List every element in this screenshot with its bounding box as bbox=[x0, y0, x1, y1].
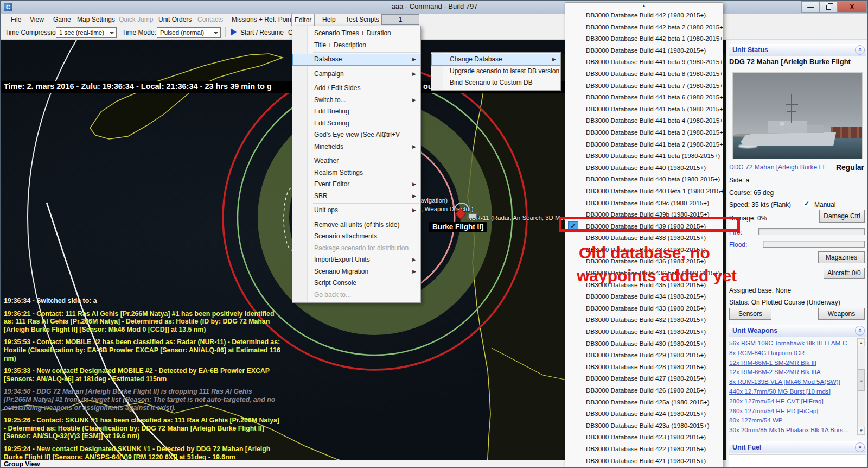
weapon-link[interactable]: 12x RIM-66M-2 SM-2MR Blk IIIA bbox=[729, 367, 856, 377]
manual-speed-checkbox[interactable]: ✓ bbox=[803, 200, 810, 207]
db-list-item[interactable]: DB3000 Database Build 441 beta 9 (1980-2… bbox=[565, 56, 723, 68]
menu-item-unit-orders[interactable]: Unit Orders bbox=[156, 14, 194, 26]
db-list-item[interactable]: DB3000 Database Build 440 beta (1980-201… bbox=[565, 173, 723, 185]
contact-box-icon[interactable] bbox=[468, 213, 477, 218]
editor-menu-item-god-s-eye-view-see-all-[interactable]: God's Eye view (See All)Ctrl+V bbox=[292, 129, 420, 141]
unit-link[interactable]: DDG 72 Mahan [Arleigh Burke Fl bbox=[729, 163, 824, 171]
scroll-up-icon[interactable]: ▲ bbox=[565, 3, 723, 9]
weapons-button[interactable]: Weapons bbox=[818, 308, 865, 320]
database-submenu-item-upgrade-scenario-to-latest-db-version[interactable]: Upgrade scenario to latest DB version bbox=[431, 66, 560, 78]
editor-menu-item-minefields[interactable]: Minefields▶ bbox=[292, 141, 420, 153]
editor-menu-item-edit-briefing[interactable]: Edit Briefing bbox=[292, 106, 420, 118]
unit-status-header[interactable]: Unit Status » bbox=[729, 44, 866, 56]
menu-item-game[interactable]: Game bbox=[50, 14, 74, 26]
db-list-item[interactable]: DB3000 Database Build 441 beta 3 (1980-2… bbox=[565, 127, 723, 138]
editor-menu-item-realism-settings[interactable]: Realism Settings bbox=[292, 167, 420, 179]
editor-menu-item-sbr[interactable]: SBR▶ bbox=[292, 191, 420, 203]
db-list-item[interactable]: DB3000 Database Build 426 (1980-2015+) bbox=[565, 384, 723, 396]
editor-menu-item-event-editor[interactable]: Event Editor▶ bbox=[292, 179, 420, 191]
database-submenu-item-bind-scenario-to-custom-db[interactable]: Bind Scenario to Custom DB bbox=[431, 77, 560, 89]
db-list-item[interactable]: DB3000 Database Build 441 beta (1980-201… bbox=[565, 150, 723, 162]
close-button[interactable]: X bbox=[837, 1, 867, 13]
db-list-item[interactable]: DB3000 Database Build 428 (1980-2015+) bbox=[565, 361, 723, 373]
db-list-item[interactable]: DB3000 Database Build 434 (1980-2015+) bbox=[565, 290, 723, 302]
unit-weapons-header[interactable]: Unit Weapons » bbox=[729, 325, 866, 337]
editor-menu-item-script-console[interactable]: Script Console bbox=[292, 277, 420, 289]
menu-item-editor[interactable]: Editor bbox=[291, 14, 315, 26]
db-list-item[interactable]: DB3000 Database Build 441 (1980-2015+) bbox=[565, 45, 723, 56]
db-list-item[interactable]: DB3000 Database Build 439c (1980-2015+) bbox=[565, 197, 723, 209]
scroll-down-icon[interactable]: ▼ bbox=[858, 427, 865, 434]
db-list-item[interactable]: DB3000 Database Build 442 beta 1 (1980-2… bbox=[565, 33, 723, 45]
weapon-link[interactable]: 30x 20mm/85 Mk15 Phalanx Blk 1A Burs... bbox=[729, 425, 856, 435]
minimize-button[interactable]: — bbox=[801, 1, 820, 13]
db-list-item[interactable]: DB3000 Database Build 442 (1980-2015+) bbox=[565, 9, 723, 21]
db-list-item[interactable]: DB3000 Database Build 429 (1980-2015+) bbox=[565, 349, 723, 361]
menu-item-missions-ref-points[interactable]: Missions + Ref. Points bbox=[229, 14, 299, 26]
db-list-item[interactable]: DB3000 Database Build 431 (1980-2015+) bbox=[565, 326, 723, 338]
editor-menu-item-scenario-attachments[interactable]: Scenario attachments bbox=[292, 231, 420, 243]
weapons-scrollbar[interactable]: ▲ ≡ ▼ bbox=[857, 338, 865, 435]
db-list-item[interactable]: DB3000 Database Build 423a (1980-2015+) bbox=[565, 420, 723, 432]
weapon-link[interactable]: 8x RGM-84G Harpoon ICR bbox=[729, 348, 856, 358]
db-list-item[interactable]: DB3000 Database Build 441 beta 8 (1980-2… bbox=[565, 68, 723, 80]
unit-fuel-header[interactable]: Unit Fuel » bbox=[729, 441, 866, 453]
menu-item-help[interactable]: Help bbox=[320, 14, 339, 26]
db-list-item[interactable]: DB3000 Database Build 430 (1980-2015+) bbox=[565, 338, 723, 350]
editor-menu-item-unit-ops[interactable]: Unit ops▶ bbox=[292, 205, 420, 217]
chevron-up-icon[interactable]: » bbox=[855, 326, 865, 336]
db-list-item[interactable]: DB3000 Database Build 425a (1980-2015+) bbox=[565, 396, 723, 408]
weapon-link[interactable]: 12x RIM-66M-1 SM-2MR Blk III bbox=[729, 358, 856, 368]
weapon-link[interactable]: 80x 127mm/54 WP bbox=[729, 415, 856, 425]
db-list-item[interactable]: DB3000 Database Build 432 (1980-2015+) bbox=[565, 314, 723, 326]
editor-menu-item-switch-to-[interactable]: Switch to...▶ bbox=[292, 94, 420, 106]
menu-extra-button[interactable]: 1 bbox=[381, 14, 419, 25]
scroll-thumb[interactable]: ≡ bbox=[858, 369, 865, 391]
editor-menu-item-scenario-migration[interactable]: Scenario Migration▶ bbox=[292, 266, 420, 278]
time-compression-select[interactable]: 1 sec (real-time) bbox=[56, 27, 117, 38]
burke-group-label[interactable]: Burke Flight II] bbox=[429, 222, 487, 232]
editor-menu-item-remove-all-units-of-this-side-[interactable]: Remove all units (of this side) bbox=[292, 219, 420, 231]
db-list-item[interactable]: DB3000 Database Build 422 (1980-2015+) bbox=[565, 443, 723, 455]
menu-item-map-settings[interactable]: Map Settings bbox=[74, 14, 118, 26]
db-list-item[interactable]: DB3000 Database Build 433 (1980-2015+) bbox=[565, 302, 723, 314]
db-list-item[interactable]: DB3000 Database Build 441 beta 7 (1980-2… bbox=[565, 80, 723, 92]
weapon-link[interactable]: 8x RUM-139B VLA [Mk46 Mod 5A(SW)] bbox=[729, 377, 856, 387]
weapon-link[interactable]: 280x 127mm/54 HE-CVT [HiFrag] bbox=[729, 396, 856, 406]
db-list-item[interactable]: DB3000 Database Build 441 beta 4 (1980-2… bbox=[565, 115, 723, 127]
editor-menu-item-campaign[interactable]: Campaign▶ bbox=[292, 68, 420, 80]
menu-item-view[interactable]: View bbox=[27, 14, 47, 26]
editor-menu-item-scenario-times-duration[interactable]: Scenario Times + Duration bbox=[292, 28, 420, 40]
editor-menu-item-title-description[interactable]: Title + Description bbox=[292, 40, 420, 52]
db-list-item[interactable]: DB3000 Database Build 427 (1980-2015+) bbox=[565, 372, 723, 384]
db-list-item[interactable]: DB3000 Database Build 441 beta 2 (1980-2… bbox=[565, 138, 723, 150]
editor-menu-item-add-edit-sides[interactable]: Add / Edit Sides bbox=[292, 83, 420, 94]
scroll-up-icon[interactable]: ▲ bbox=[858, 339, 865, 346]
db-list-item[interactable]: DB3000 Database Build 442 beta 2 (1980-2… bbox=[565, 21, 723, 33]
db-list-item[interactable]: DB3000 Database Build 423 (1980-2015+) bbox=[565, 431, 723, 443]
weapon-link[interactable]: 260x 127mm/54 HE-PD [HiCap] bbox=[729, 406, 856, 416]
sensors-button[interactable]: Sensors bbox=[729, 308, 771, 320]
database-submenu-item-change-database[interactable]: Change Database▶ bbox=[431, 54, 560, 66]
editor-menu-item-database[interactable]: Database▶ bbox=[292, 54, 420, 66]
chevron-up-icon[interactable]: » bbox=[855, 442, 865, 452]
restore-button[interactable] bbox=[819, 1, 838, 13]
magazines-button[interactable]: Magazines bbox=[818, 251, 865, 263]
editor-menu-item-edit-scoring[interactable]: Edit Scoring bbox=[292, 118, 420, 130]
aircraft-button[interactable]: Aircraft: 0/0 bbox=[824, 268, 865, 279]
db-list-item[interactable]: DB3000 Database Build 440 Beta 1 (1980-2… bbox=[565, 185, 723, 197]
weapon-link[interactable]: 56x RGM-109C Tomahawk Blk III TLAM-C bbox=[729, 338, 856, 348]
editor-menu-item-weather[interactable]: Weather bbox=[292, 155, 420, 167]
menu-item-test-scripts[interactable]: Test Scripts bbox=[343, 14, 382, 26]
db-list-item[interactable]: DB3000 Database Build 440 (1980-2015+) bbox=[565, 162, 723, 174]
db-list-item[interactable]: DB3000 Database Build 421 (1980-2015+) bbox=[565, 455, 723, 467]
db-list-item[interactable]: DB3000 Database Build 438 (1980-2015+) bbox=[565, 232, 723, 244]
weapon-link[interactable]: 440x 12.7mm/50 MG Burst [10 rnds] bbox=[729, 387, 856, 396]
start-resume-button[interactable]: Start / Resume bbox=[240, 29, 284, 36]
time-mode-select[interactable]: Pulsed (normal) bbox=[157, 27, 221, 38]
menu-item-file[interactable]: File bbox=[8, 14, 24, 26]
damage-ctrl-button[interactable]: Damage Ctrl bbox=[819, 210, 865, 223]
chevron-up-icon[interactable]: » bbox=[855, 45, 865, 55]
editor-menu-item-import-export-units[interactable]: Import/Export Units▶ bbox=[292, 254, 420, 266]
db-list-item[interactable]: DB3000 Database Build 441 beta 5 (1980-2… bbox=[565, 103, 723, 115]
